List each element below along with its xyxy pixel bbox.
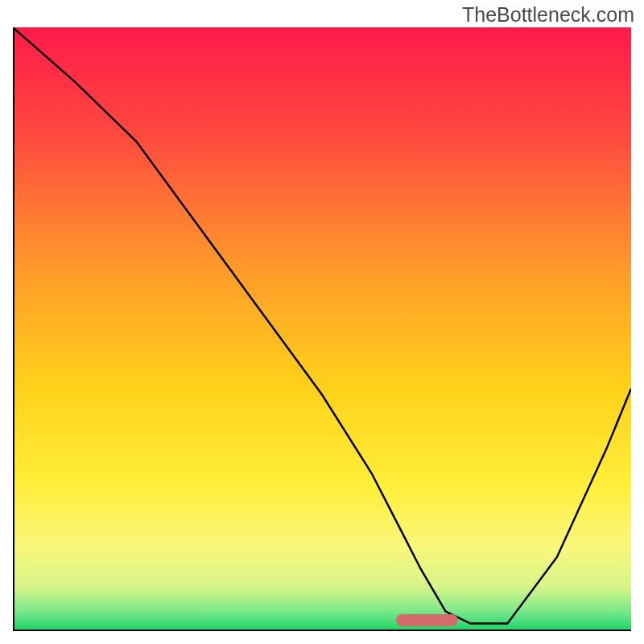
plot-area bbox=[13, 27, 631, 630]
bottleneck-curve bbox=[13, 27, 631, 630]
x-axis bbox=[13, 630, 631, 631]
optimal-range-marker bbox=[396, 614, 458, 626]
watermark-text: TheBottleneck.com bbox=[462, 3, 634, 27]
chart-container: TheBottleneck.com bbox=[0, 0, 644, 644]
y-axis bbox=[13, 27, 14, 631]
